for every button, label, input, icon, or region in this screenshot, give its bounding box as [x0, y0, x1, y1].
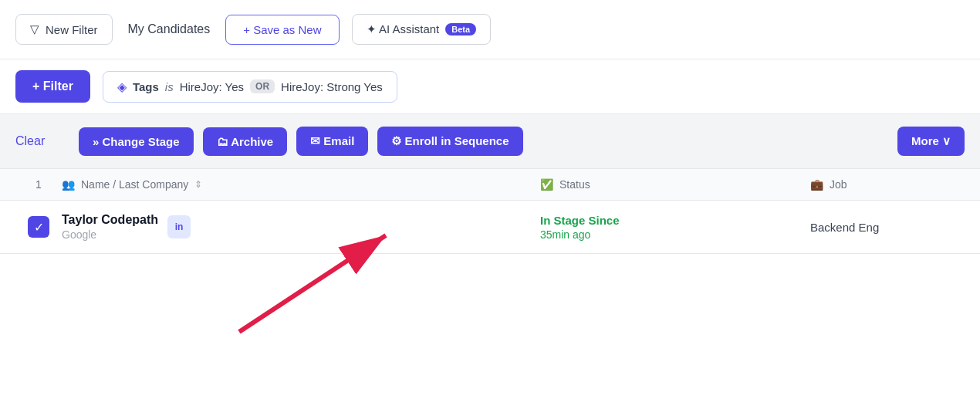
col-num-header: 1 — [15, 178, 62, 191]
enroll-sequence-button[interactable]: ⚙ Enroll in Sequence — [377, 127, 522, 156]
col-status-header: ✅ Status — [540, 178, 810, 191]
table-row: ✓ Taylor Codepath Google in In Stage Sin… — [0, 201, 980, 254]
change-stage-label: » Change Stage — [93, 135, 180, 148]
table-header: 1 👥 Name / Last Company ⇕ ✅ Status 💼 Job — [0, 169, 980, 201]
new-filter-label: New Filter — [46, 23, 98, 36]
candidate-name: Taylor Codepath — [62, 213, 158, 227]
candidate-company: Google — [62, 228, 158, 241]
save-as-new-button[interactable]: + Save as New — [225, 15, 339, 45]
status-time: 35min ago — [540, 228, 810, 241]
more-label: More ∨ — [911, 134, 951, 148]
enroll-label: ⚙ Enroll in Sequence — [391, 134, 509, 148]
new-filter-button[interactable]: ▽ New Filter — [15, 14, 113, 45]
table-toolbar: Clear » Change Stage 🗂 Archive ✉ Email ⚙… — [0, 114, 980, 169]
filter-key: Tags — [133, 80, 159, 93]
col-job-header: 💼 Job — [810, 178, 965, 191]
filter-op: is — [165, 80, 174, 93]
save-as-new-label: + Save as New — [243, 23, 321, 36]
archive-button[interactable]: 🗂 Archive — [203, 127, 288, 156]
my-candidates-label: My Candidates — [125, 22, 214, 36]
status-icon: ✅ — [540, 178, 553, 191]
filter-icon: ▽ — [30, 22, 39, 36]
sort-icon[interactable]: ⇕ — [194, 179, 202, 190]
beta-badge: Beta — [445, 23, 476, 35]
candidate-name-block: Taylor Codepath Google — [62, 213, 158, 241]
row-status-cell: In Stage Since 35min ago — [540, 214, 810, 241]
table-container: 1 👥 Name / Last Company ⇕ ✅ Status 💼 Job… — [0, 169, 980, 254]
people-icon: 👥 — [62, 178, 75, 191]
row-name-cell: Taylor Codepath Google in — [62, 213, 540, 241]
more-button[interactable]: More ∨ — [897, 127, 965, 156]
top-bar: ▽ New Filter My Candidates + Save as New… — [0, 0, 980, 59]
checkbox-checked-icon: ✓ — [28, 216, 49, 238]
status-in-stage: In Stage Since — [540, 214, 810, 227]
change-stage-button[interactable]: » Change Stage — [79, 127, 194, 156]
archive-label: 🗂 Archive — [217, 135, 274, 148]
row-job-cell: Backend Eng — [810, 221, 965, 234]
row-checkbox[interactable]: ✓ — [15, 216, 62, 238]
tags-icon: ◈ — [117, 79, 127, 94]
linkedin-badge[interactable]: in — [167, 215, 191, 238]
filter-bar: + Filter ◈ Tags is HireJoy: Yes OR HireJ… — [0, 59, 980, 114]
col-name-header: 👥 Name / Last Company ⇕ — [62, 178, 540, 191]
email-label: ✉ Email — [310, 134, 354, 148]
filter-btn-label: + Filter — [32, 79, 73, 93]
job-icon: 💼 — [810, 178, 823, 191]
ai-assistant-button[interactable]: ✦ AI Assistant Beta — [352, 14, 492, 45]
filter-pill[interactable]: ◈ Tags is HireJoy: Yes OR HireJoy: Stron… — [103, 71, 397, 103]
filter-button[interactable]: + Filter — [15, 70, 90, 103]
or-badge: OR — [250, 79, 275, 93]
filter-val1: HireJoy: Yes — [180, 80, 244, 93]
ai-assistant-label: ✦ AI Assistant — [367, 22, 440, 36]
email-button[interactable]: ✉ Email — [296, 127, 368, 156]
filter-val2: HireJoy: Strong Yes — [281, 80, 383, 93]
clear-button[interactable]: Clear — [15, 134, 69, 148]
